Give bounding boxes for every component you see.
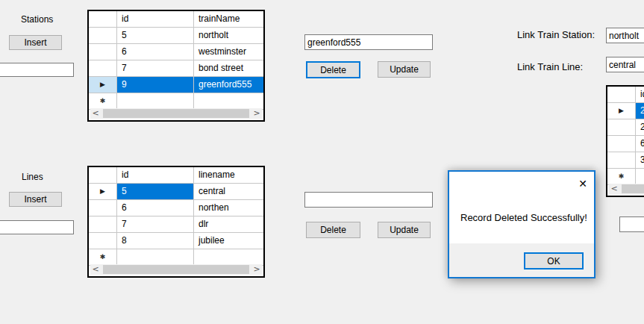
horizontal-scrollbar[interactable]: < > bbox=[90, 108, 262, 119]
scroll-left-icon[interactable]: < bbox=[90, 108, 101, 119]
cell-trainname[interactable]: greenford555 bbox=[194, 77, 263, 93]
row-header[interactable] bbox=[89, 233, 117, 249]
dialog-footer: OK bbox=[449, 243, 594, 277]
cell-id[interactable]: 7 bbox=[117, 216, 194, 232]
cell-id-empty[interactable] bbox=[636, 169, 644, 184]
close-icon[interactable]: ✕ bbox=[578, 178, 587, 189]
cell-trainname-empty[interactable] bbox=[194, 93, 263, 109]
stations-insert-input[interactable] bbox=[0, 63, 74, 77]
link-train-station-input[interactable] bbox=[606, 28, 644, 43]
row-header[interactable] bbox=[607, 119, 636, 135]
station-update-button[interactable]: Update bbox=[378, 61, 431, 78]
stations-insert-button[interactable]: Insert bbox=[9, 35, 62, 50]
row-header[interactable] bbox=[607, 136, 636, 152]
scroll-left-icon[interactable]: < bbox=[90, 264, 101, 275]
column-header-trainname[interactable]: trainName bbox=[194, 11, 263, 27]
current-row-icon: ▶ bbox=[100, 188, 105, 195]
cell-id[interactable]: 9 bbox=[117, 77, 194, 93]
cell-id[interactable]: 2 bbox=[636, 103, 644, 119]
table-row[interactable]: 2 bbox=[607, 119, 644, 136]
grid-corner-cell bbox=[607, 87, 636, 102]
cell-id[interactable]: 6 bbox=[117, 200, 194, 216]
current-row-header[interactable]: ▶ bbox=[89, 77, 117, 93]
cell-linename[interactable]: northen bbox=[194, 200, 263, 216]
cell-id[interactable]: 5 bbox=[117, 28, 194, 43]
cell-id[interactable]: 6 bbox=[636, 136, 644, 152]
current-row-icon: ▶ bbox=[619, 108, 624, 114]
new-row[interactable]: ✱ bbox=[89, 249, 263, 266]
link-train-line-input[interactable] bbox=[606, 57, 644, 72]
lines-grid-header-row: id linename bbox=[89, 167, 263, 184]
table-row[interactable]: 7 bond street bbox=[89, 60, 263, 77]
lines-grid[interactable]: id linename ▶ 5 central 6 northen 7 dlr … bbox=[87, 166, 265, 278]
new-row-header[interactable]: ✱ bbox=[89, 93, 117, 109]
new-row[interactable]: ✱ bbox=[607, 169, 644, 185]
table-row-selected[interactable]: ▶ 5 central bbox=[89, 184, 263, 200]
dialog-message: Record Deleted Successfully! bbox=[460, 212, 587, 223]
horizontal-scrollbar[interactable]: < > bbox=[90, 264, 262, 275]
table-row[interactable]: 7 dlr bbox=[89, 216, 263, 233]
table-row[interactable]: 5 northolt bbox=[89, 28, 263, 44]
table-row-selected[interactable]: ▶ 9 greenford555 bbox=[89, 77, 263, 93]
cell-trainname[interactable]: westminster bbox=[194, 44, 263, 60]
lines-section-label: Lines bbox=[22, 172, 43, 182]
table-row[interactable]: 8 jubilee bbox=[89, 233, 263, 249]
scrollbar-thumb[interactable] bbox=[103, 265, 249, 274]
cell-id[interactable]: 6 bbox=[117, 44, 194, 60]
table-row[interactable]: 3 bbox=[607, 152, 644, 169]
table-row[interactable]: 6 westminster bbox=[89, 44, 263, 60]
cell-linename[interactable]: dlr bbox=[194, 216, 263, 232]
table-row[interactable]: 6 northen bbox=[89, 200, 263, 216]
link-train-station-label: Link Train Station: bbox=[517, 29, 595, 40]
cell-linename[interactable]: jubilee bbox=[194, 233, 263, 249]
table-row-selected[interactable]: ▶ 2 bbox=[607, 103, 644, 119]
scroll-right-icon[interactable]: > bbox=[251, 108, 262, 119]
row-header[interactable] bbox=[89, 44, 117, 60]
lines-insert-input[interactable] bbox=[0, 220, 74, 234]
line-edit-input[interactable] bbox=[304, 192, 433, 208]
scrollbar-thumb[interactable] bbox=[103, 109, 249, 118]
scrollbar-thumb[interactable] bbox=[622, 184, 644, 193]
stations-grid-header-row: id trainName bbox=[89, 11, 263, 28]
table-row[interactable]: 6 bbox=[607, 136, 644, 152]
cell-trainname[interactable]: bond street bbox=[194, 60, 263, 76]
current-row-header[interactable]: ▶ bbox=[89, 184, 117, 199]
lines-insert-button[interactable]: Insert bbox=[9, 192, 62, 207]
station-delete-button[interactable]: Delete bbox=[306, 61, 360, 78]
cell-id[interactable]: 7 bbox=[117, 60, 194, 76]
cell-linename[interactable]: central bbox=[194, 184, 263, 199]
current-row-header[interactable]: ▶ bbox=[607, 103, 636, 119]
scroll-left-icon[interactable]: < bbox=[609, 184, 619, 194]
column-header-id[interactable]: id bbox=[117, 11, 194, 27]
new-row-icon: ✱ bbox=[619, 173, 625, 180]
row-header[interactable] bbox=[89, 200, 117, 216]
row-header[interactable] bbox=[89, 28, 117, 43]
stations-grid[interactable]: id trainName 5 northolt 6 westminster 7 … bbox=[87, 10, 265, 122]
ok-button[interactable]: OK bbox=[524, 252, 584, 270]
column-header-id[interactable]: id bbox=[636, 87, 644, 102]
row-header[interactable] bbox=[607, 152, 636, 168]
link-grid[interactable]: id ▶ 2 2 6 3 ✱ < > bbox=[606, 85, 644, 197]
new-row-header[interactable]: ✱ bbox=[607, 169, 636, 184]
current-row-icon: ▶ bbox=[100, 81, 105, 88]
cell-id-empty[interactable] bbox=[117, 249, 194, 265]
new-row[interactable]: ✱ bbox=[89, 93, 263, 110]
cell-id-empty[interactable] bbox=[117, 93, 194, 109]
line-update-button[interactable]: Update bbox=[378, 222, 431, 238]
line-delete-button[interactable]: Delete bbox=[306, 222, 360, 238]
station-edit-input[interactable] bbox=[304, 34, 433, 50]
row-header[interactable] bbox=[89, 216, 117, 232]
row-header[interactable] bbox=[89, 60, 117, 76]
link-input[interactable] bbox=[619, 216, 644, 232]
cell-id[interactable]: 8 bbox=[117, 233, 194, 249]
column-header-linename[interactable]: linename bbox=[194, 167, 263, 183]
scroll-right-icon[interactable]: > bbox=[251, 264, 262, 275]
new-row-header[interactable]: ✱ bbox=[89, 249, 117, 265]
cell-id[interactable]: 5 bbox=[117, 184, 194, 199]
cell-linename-empty[interactable] bbox=[194, 249, 263, 265]
cell-id[interactable]: 2 bbox=[636, 119, 644, 135]
cell-trainname[interactable]: northolt bbox=[194, 28, 263, 43]
cell-id[interactable]: 3 bbox=[636, 152, 644, 168]
horizontal-scrollbar[interactable]: < > bbox=[609, 184, 644, 194]
column-header-id[interactable]: id bbox=[117, 167, 194, 183]
